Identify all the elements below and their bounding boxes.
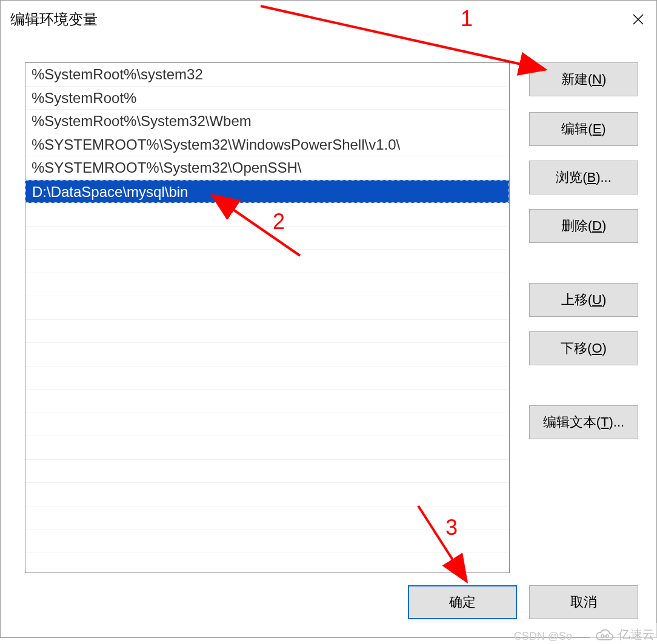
list-item[interactable] [25,529,509,553]
label: 删除( [561,217,592,235]
list-item[interactable]: %SYSTEMROOT%\System32\WindowsPowerShell\… [25,133,509,157]
list-item[interactable] [25,250,509,273]
list-item[interactable] [25,343,509,367]
cloud-icon [594,628,615,642]
mnemonic: U [592,292,602,308]
list-item[interactable]: %SystemRoot% [25,87,509,110]
list-item[interactable] [25,413,509,437]
edit-text-button[interactable]: 编辑文本(T)... [529,405,638,439]
side-buttons: 新建(N) 编辑(E) 浏览(B)... 删除(D) 上移(U) 下移(O) [529,62,638,573]
dialog-title: 编辑环境变量 [10,10,98,29]
watermark-csdn: CSDN @So [514,630,572,643]
list-item[interactable] [25,367,509,390]
suffix: ) [601,121,605,137]
dialog-body: %SystemRoot%\system32%SystemRoot%%System… [1,38,656,585]
browse-button[interactable]: 浏览(B)... [529,161,638,194]
list-item[interactable]: D:\DataSpace\mysql\bin [25,180,509,204]
list-item[interactable] [25,227,509,250]
suffix: ) [602,71,606,87]
list-item[interactable] [25,273,509,297]
list-item[interactable] [25,296,509,320]
label: 新建( [561,70,592,88]
list-item[interactable]: %SystemRoot%\System32\Wbem [25,110,509,133]
mnemonic: D [592,218,602,234]
watermark-logo: 亿速云 [590,623,657,644]
list-item[interactable] [25,390,509,413]
new-button[interactable]: 新建(N) [529,62,638,96]
list-item[interactable] [25,203,509,227]
move-down-button[interactable]: 下移(O) [529,331,638,365]
ok-button[interactable]: 确定 [408,585,517,619]
move-up-button[interactable]: 上移(U) [529,283,638,317]
list-item[interactable] [25,506,509,530]
suffix: )... [596,170,612,185]
titlebar: 编辑环境变量 [1,1,656,38]
close-button[interactable] [620,5,656,33]
list-item[interactable] [25,483,509,506]
list-item[interactable]: %SystemRoot%\system32 [25,63,509,87]
suffix: ) [602,292,606,308]
label: 上移( [561,291,592,309]
list-item[interactable] [25,460,509,483]
mnemonic: O [592,340,602,356]
suffix: ) [602,340,607,356]
mnemonic: T [601,414,609,430]
watermark-logo-text: 亿速云 [618,626,655,643]
label: 编辑( [561,120,592,138]
svg-point-5 [606,634,609,637]
label: 下移( [561,339,592,357]
edit-button[interactable]: 编辑(E) [529,112,638,146]
mnemonic: B [587,170,596,185]
list-item[interactable] [25,320,509,344]
list-item[interactable]: %SYSTEMROOT%\System32\OpenSSH\ [25,156,509,180]
delete-button[interactable]: 删除(D) [529,209,638,243]
label: 浏览( [556,168,587,187]
cancel-button[interactable]: 取消 [529,585,638,619]
suffix: ) [602,218,606,234]
mnemonic: N [592,71,602,87]
list-item[interactable] [25,436,509,460]
mnemonic: E [593,121,602,137]
close-icon [632,13,644,25]
label: 编辑文本( [543,413,601,431]
path-listbox[interactable]: %SystemRoot%\system32%SystemRoot%%System… [25,62,510,573]
svg-point-4 [601,634,604,637]
suffix: )... [609,414,625,430]
env-var-dialog: 编辑环境变量 %SystemRoot%\system32%SystemRoot%… [0,0,657,638]
